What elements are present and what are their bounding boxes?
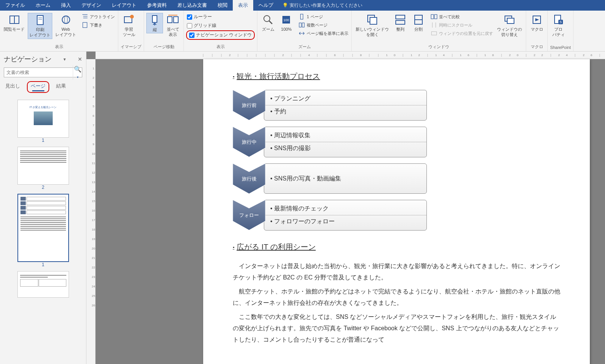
body-paragraph-1: インターネットは普及し始めた当初から、観光・旅行業に大きな影響があると考えられて…: [233, 260, 560, 284]
tell-me-search[interactable]: 💡 実行したい作業を入力してください: [279, 2, 366, 9]
tab-review[interactable]: 校閲: [212, 0, 233, 11]
process-row: フォロー• 最新情報のチェック• フォロワーのフォロー: [233, 200, 560, 231]
navpane-close-button[interactable]: ✕: [78, 56, 82, 62]
zoom-100-icon: 100: [280, 14, 292, 26]
tab-home[interactable]: ホーム: [30, 0, 56, 11]
macros-button[interactable]: マクロ: [528, 13, 545, 33]
process-item: • 最新情報のチェック: [264, 202, 426, 215]
draft-icon: [82, 22, 88, 28]
ribbon: 閲覧モード 印刷 レイアウト Web レイアウト アウトライン 下書き: [0, 11, 605, 52]
process-item: • SNS用の撮影: [264, 142, 426, 155]
search-icon[interactable]: 🔍▾: [73, 66, 82, 80]
svg-rect-26: [396, 20, 405, 24]
gridlines-checkbox[interactable]: グリッド線: [186, 22, 255, 30]
view-side-by-side-button[interactable]: 並べて比較: [430, 13, 494, 20]
tab-insert[interactable]: 挿入: [56, 0, 76, 11]
tab-design[interactable]: デザイン: [76, 0, 107, 11]
navpane-dropdown-icon[interactable]: ▼: [63, 57, 67, 61]
outline-button[interactable]: アウトライン: [81, 13, 116, 20]
outline-icon: [82, 13, 88, 20]
page-width-button[interactable]: ページ幅を基準に表示: [298, 30, 349, 37]
learning-tools-button[interactable]: 学習 ツール: [121, 13, 137, 38]
vertical-ruler[interactable]: 1234567891011121314151617181920212223242…: [86, 59, 96, 364]
print-layout-button[interactable]: 印刷 レイアウト: [28, 13, 52, 39]
svg-rect-15: [174, 17, 178, 23]
process-row: 旅行後• SNS用の写真・動画編集: [233, 163, 560, 194]
tab-references[interactable]: 参考資料: [142, 0, 172, 11]
svg-rect-13: [152, 16, 157, 22]
navtab-pages-highlight: ページ: [27, 81, 49, 93]
split-icon: [412, 14, 425, 26]
page-width-icon: [298, 30, 305, 37]
page-thumbnail-3[interactable]: [17, 194, 69, 262]
navtab-pages[interactable]: ページ: [31, 83, 45, 91]
ribbon-group-label-pagemove: ページ移動: [146, 43, 181, 51]
multi-page-button[interactable]: 複数ページ: [298, 21, 349, 29]
navpane-search[interactable]: 🔍▾: [4, 67, 82, 77]
ribbon-group-label-sharepoint: SharePoint: [550, 44, 571, 51]
svg-point-5: [62, 16, 70, 24]
ribbon-group-sharepoint: S プロ パティ SharePoint: [548, 11, 573, 51]
web-layout-button[interactable]: Web レイアウト: [54, 13, 78, 38]
reading-mode-button[interactable]: 閲覧モード: [2, 13, 26, 33]
svg-rect-10: [83, 22, 87, 28]
navtab-underline: [32, 90, 44, 91]
tab-layout[interactable]: レイアウト: [107, 0, 142, 11]
navigation-pane-checkbox[interactable]: ナビゲーション ウィンドウ: [188, 31, 252, 39]
page-thumbnail-2[interactable]: [17, 147, 69, 185]
ribbon-group-show: ルーラー グリッド線 ナビゲーション ウィンドウ 表示: [184, 11, 257, 51]
svg-rect-14: [168, 17, 172, 23]
lightbulb-icon: 💡: [282, 3, 288, 8]
doc-heading-1: 観光・旅行活動プロセス: [233, 71, 560, 82]
properties-button[interactable]: S プロ パティ: [550, 13, 567, 38]
svg-rect-29: [431, 14, 434, 19]
ruler-checkbox[interactable]: ルーラー: [186, 13, 255, 21]
horizontal-ruler[interactable]: ｜｜｜2｜｜｜｜｜2｜｜4｜｜6｜｜8｜｜10｜12｜14｜16｜18｜20｜2…: [96, 52, 605, 59]
svg-rect-20: [301, 14, 303, 19]
body-paragraph-3: ここ数年での大きな変化としては、SNS などソーシャルメディアやスマートフォンを…: [233, 311, 560, 346]
page-thumbnail-1[interactable]: IT が変える観光シーン: [17, 100, 69, 138]
svg-point-12: [130, 15, 134, 19]
one-page-button[interactable]: 1 ページ: [298, 13, 349, 20]
process-item: • 周辺情報収集: [264, 129, 426, 142]
navtab-headings[interactable]: 見出し: [5, 83, 20, 93]
ribbon-group-immersive: 学習 ツール イマーシブ: [118, 11, 144, 51]
navpane-search-input[interactable]: [4, 70, 73, 75]
svg-rect-22: [302, 23, 304, 27]
chevron-shape: フォロー: [233, 200, 265, 230]
zoom-button[interactable]: ズーム: [260, 13, 276, 33]
svg-rect-21: [299, 23, 302, 27]
page-thumbnail-4[interactable]: [17, 271, 69, 298]
zoom-100-button[interactable]: 100 100%: [278, 13, 295, 33]
chevron-shape: 旅行中: [233, 127, 265, 157]
process-item: • フォロワーのフォロー: [264, 215, 426, 228]
body-paragraph-2: 航空チケット、ホテル・旅館の予約などはネットで完結できるようになり、航空会社・ホ…: [233, 286, 560, 309]
tab-view[interactable]: 表示: [233, 0, 253, 11]
new-window-button[interactable]: 新しいウィンドウ を開く: [354, 13, 390, 38]
svg-rect-25: [396, 15, 405, 19]
svg-rect-33: [507, 18, 514, 24]
doc-heading-2: 広がる IT の利用シーン: [233, 242, 560, 252]
print-layout-icon: [34, 14, 46, 26]
navtab-results[interactable]: 結果: [56, 83, 66, 93]
switch-windows-button[interactable]: ウィンドウの 切り替え: [495, 13, 523, 38]
tab-file[interactable]: ファイル: [0, 0, 30, 11]
svg-rect-30: [434, 14, 437, 19]
draft-button[interactable]: 下書き: [81, 21, 116, 29]
vertical-button[interactable]: 縦: [146, 13, 163, 33]
side-by-side-button[interactable]: 並べて 表示: [165, 13, 181, 38]
menu-bar: ファイル ホーム 挿入 デザイン レイアウト 参考資料 差し込み文書 校閲 表示…: [0, 0, 605, 11]
tab-mailings[interactable]: 差し込み文書: [172, 0, 212, 11]
process-box: • 周辺情報収集• SNS用の撮影: [264, 127, 427, 157]
side-by-side-compare-icon: [431, 13, 437, 20]
thumb-label-2: 2: [17, 185, 69, 190]
ribbon-group-label-zoom: ズーム: [260, 43, 349, 51]
split-button[interactable]: 分割: [410, 13, 427, 33]
workspace: ナビゲーション ▼ ✕ 🔍▾ 見出し ページ 結果 IT が変える観光シーン: [0, 52, 605, 364]
document-page[interactable]: 観光・旅行活動プロセス 旅行前• プランニング• 予約旅行中• 周辺情報収集• …: [203, 59, 590, 364]
reset-pos-icon: [431, 30, 437, 37]
tab-help[interactable]: ヘルプ: [253, 0, 279, 11]
new-window-icon: [366, 14, 378, 26]
arrange-all-button[interactable]: 整列: [392, 13, 409, 33]
svg-rect-24: [370, 17, 377, 24]
